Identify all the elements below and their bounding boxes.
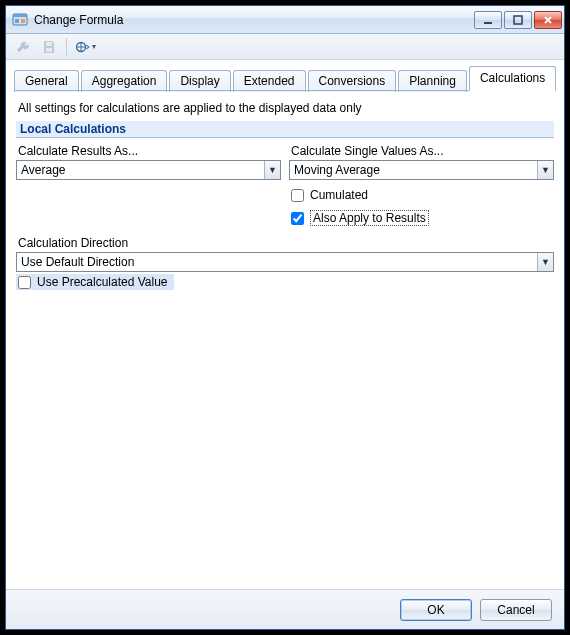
label-calculate-single: Calculate Single Values As...	[291, 144, 552, 158]
tab-conversions[interactable]: Conversions	[308, 70, 397, 92]
combo-value: Use Default Direction	[17, 255, 537, 269]
cancel-button[interactable]: Cancel	[480, 599, 552, 621]
tab-aggregation[interactable]: Aggregation	[81, 70, 168, 92]
svg-rect-1	[13, 14, 27, 17]
toolbar: ▾	[6, 34, 564, 60]
wrench-icon[interactable]	[12, 37, 34, 57]
label-calculate-results: Calculate Results As...	[18, 144, 279, 158]
minimize-button[interactable]	[474, 11, 502, 29]
label-calc-direction: Calculation Direction	[18, 236, 552, 250]
tab-planning[interactable]: Planning	[398, 70, 467, 92]
tabstrip: General Aggregation Display Extended Con…	[6, 60, 564, 91]
label-precalculated: Use Precalculated Value	[37, 275, 168, 289]
tab-general[interactable]: General	[14, 70, 79, 92]
tech-name-icon[interactable]: ▾	[73, 37, 98, 57]
chevron-down-icon: ▼	[537, 253, 553, 271]
group-header-local-calculations: Local Calculations	[16, 121, 554, 138]
checkbox-precalc-row: Use Precalculated Value	[16, 274, 174, 290]
combo-calculate-single[interactable]: Moving Average ▼	[289, 160, 554, 180]
svg-rect-2	[15, 19, 19, 23]
chevron-down-icon: ▼	[537, 161, 553, 179]
checkbox-cumulated-row: Cumulated	[291, 188, 554, 202]
combo-value: Average	[17, 163, 264, 177]
svg-rect-5	[514, 16, 522, 24]
combo-calculate-results[interactable]: Average ▼	[16, 160, 281, 180]
svg-rect-3	[21, 19, 25, 23]
titlebar: Change Formula	[6, 6, 564, 34]
footer: OK Cancel	[6, 589, 564, 629]
maximize-button[interactable]	[504, 11, 532, 29]
checkbox-apply-row: Also Apply to Results	[291, 210, 554, 226]
combo-value: Moving Average	[290, 163, 537, 177]
svg-rect-6	[46, 42, 52, 46]
save-icon[interactable]	[38, 37, 60, 57]
window-buttons	[474, 11, 562, 29]
app-icon	[12, 12, 28, 28]
ok-button[interactable]: OK	[400, 599, 472, 621]
svg-rect-4	[484, 22, 492, 24]
toolbar-separator	[66, 38, 67, 56]
window: Change Formula ▾ General Aggregation Dis…	[5, 5, 565, 630]
close-button[interactable]	[534, 11, 562, 29]
checkbox-precalculated[interactable]	[18, 276, 31, 289]
tab-calculations[interactable]: Calculations	[469, 66, 556, 91]
checkbox-cumulated[interactable]	[291, 189, 304, 202]
checkbox-apply-to-results[interactable]	[291, 212, 304, 225]
hint-text: All settings for calculations are applie…	[18, 101, 554, 115]
tab-display[interactable]: Display	[169, 70, 230, 92]
chevron-down-icon: ▾	[92, 42, 96, 51]
label-apply-to-results: Also Apply to Results	[310, 210, 429, 226]
svg-rect-7	[46, 48, 52, 52]
label-cumulated: Cumulated	[310, 188, 368, 202]
chevron-down-icon: ▼	[264, 161, 280, 179]
tab-content: All settings for calculations are applie…	[6, 91, 564, 589]
window-title: Change Formula	[34, 13, 474, 27]
tab-extended[interactable]: Extended	[233, 70, 306, 92]
combo-calc-direction[interactable]: Use Default Direction ▼	[16, 252, 554, 272]
